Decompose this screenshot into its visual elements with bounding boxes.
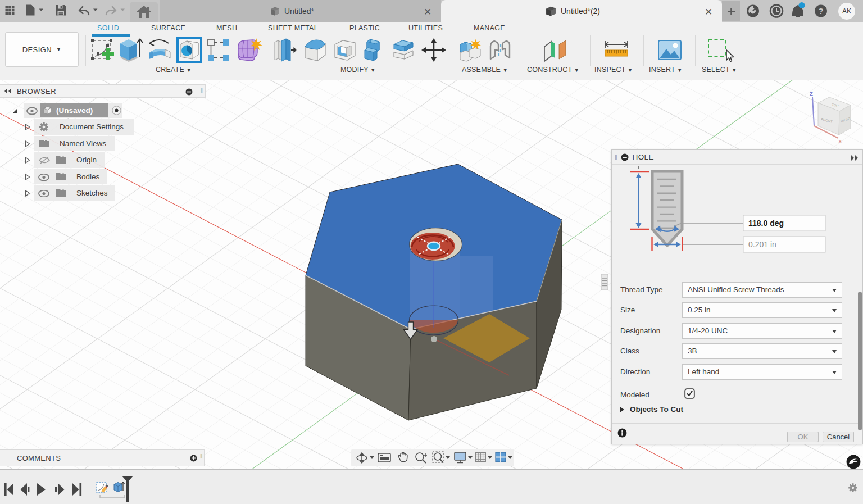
- svg-text:Z: Z: [810, 90, 813, 97]
- svg-text:0.201 in: 0.201 in: [748, 240, 776, 249]
- svg-text:?: ?: [818, 6, 823, 16]
- svg-text:X: X: [838, 138, 842, 144]
- svg-text:118.0 deg: 118.0 deg: [748, 219, 784, 228]
